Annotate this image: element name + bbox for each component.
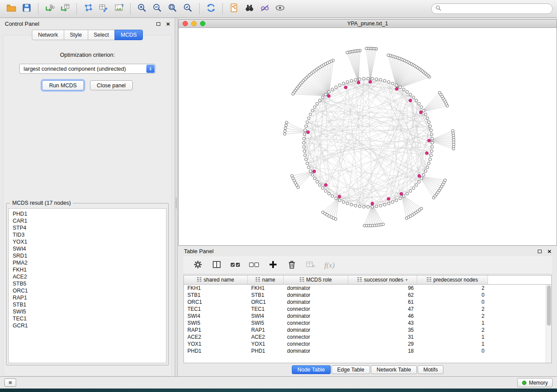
export-image-button[interactable] (112, 2, 126, 16)
mcds-result-item[interactable]: CAR1 (9, 217, 166, 224)
table-cell: 46 (348, 313, 417, 320)
zoom-selected-button[interactable] (181, 2, 195, 16)
splitter-handle[interactable] (176, 197, 177, 209)
table-row[interactable]: PHD1PHD1dominator180 (184, 347, 551, 354)
zoom-selected-icon (183, 3, 193, 15)
table-row[interactable]: ORC1ORC1dominator610 (184, 299, 551, 306)
refresh-button[interactable] (204, 2, 218, 16)
tab-network-table[interactable]: Network Table (371, 365, 417, 374)
toolbar-separator (76, 3, 77, 14)
delete-column-button[interactable] (286, 260, 298, 271)
mcds-tab-content: Optimization criterion: largest connecte… (3, 35, 172, 376)
tab-node-table[interactable]: Node Table (292, 365, 331, 374)
close-panel-button[interactable]: Close panel (90, 80, 133, 90)
tab-network[interactable]: Network (32, 30, 64, 40)
table-row[interactable]: STB1STB1dominator620 (184, 292, 551, 299)
search-field[interactable] (431, 3, 553, 14)
float-table-panel-icon[interactable] (538, 250, 542, 253)
table-row[interactable]: ACE2ACE2connector311 (184, 334, 551, 340)
show-columns-button[interactable] (211, 260, 222, 271)
status-menu-button[interactable]: ≡ (4, 378, 16, 387)
memory-label: Memory (529, 380, 548, 386)
import-network-button[interactable] (43, 2, 57, 16)
mcds-result-item[interactable]: RAP1 (9, 294, 166, 301)
network-graph[interactable] (179, 28, 557, 245)
share-document-button[interactable] (227, 2, 241, 16)
network-table-button[interactable] (97, 2, 111, 16)
table-row[interactable]: FKH1FKH1dominator962 (184, 285, 551, 292)
mcds-result-item[interactable]: SWI5 (9, 308, 166, 315)
mcds-result-item[interactable]: SWI4 (9, 245, 166, 252)
column-header-shared-name[interactable]: shared name (184, 275, 248, 285)
zoom-fit-button[interactable] (166, 2, 180, 16)
table-row[interactable]: RAP1RAP1dominator352 (184, 327, 551, 334)
tab-edge-table[interactable]: Edge Table (332, 365, 370, 374)
mcds-result-list[interactable]: PHD1CAR1STP4TID3YOX1SWI4SRD1PMA2FKH1ACE2… (8, 208, 166, 363)
optimization-criterion-select[interactable]: largest connected component (undirected)… (19, 64, 156, 74)
table-cell: ACE2 (184, 334, 248, 340)
zoom-in-icon (137, 3, 147, 15)
table-row[interactable]: TEC1TEC1connector472 (184, 306, 551, 313)
search-input[interactable] (444, 6, 548, 12)
minimize-window-icon[interactable] (191, 21, 197, 26)
table-scrollbar[interactable] (546, 285, 551, 363)
mcds-result-item[interactable]: PMA2 (9, 259, 166, 266)
column-header-predecessor-nodes[interactable]: predecessor nodes (417, 275, 488, 285)
tab-select[interactable]: Select (88, 30, 115, 40)
table-cell: FKH1 (184, 285, 248, 292)
table-row[interactable]: YOX1YOX1connector291 (184, 340, 551, 347)
mcds-result-item[interactable]: YOX1 (9, 238, 166, 245)
column-header-name[interactable]: name (248, 275, 284, 285)
import-table-button[interactable] (58, 2, 72, 16)
share-document-icon (229, 3, 239, 15)
column-settings-button[interactable] (192, 260, 204, 271)
show-eye-button[interactable] (273, 2, 287, 16)
column-header-MCDS-role[interactable]: MCDS role (284, 275, 348, 285)
deselect-all-columns-button[interactable] (249, 260, 260, 271)
mcds-result-item[interactable]: STP4 (9, 224, 166, 231)
save-session-button[interactable] (20, 2, 34, 16)
close-panel-icon[interactable]: × (166, 21, 170, 27)
mcds-result-item[interactable]: GCR1 (9, 322, 166, 329)
add-column-button[interactable] (267, 260, 279, 271)
tab-style[interactable]: Style (64, 30, 88, 40)
tab-motifs[interactable]: Motifs (418, 365, 443, 374)
column-grip-icon (357, 277, 362, 283)
zoom-in-button[interactable] (135, 2, 149, 16)
float-panel-icon[interactable] (156, 22, 160, 26)
mcds-result-item[interactable]: STB5 (9, 280, 166, 287)
memory-button[interactable]: Memory (517, 378, 553, 387)
table-cell: 0 (417, 299, 488, 306)
mcds-result-item[interactable]: TEC1 (9, 315, 166, 322)
table-cell: 1 (417, 334, 488, 340)
mcds-result-item[interactable]: ACE2 (9, 273, 166, 280)
mcds-result-item[interactable]: SRD1 (9, 252, 166, 259)
maximize-window-icon[interactable] (200, 21, 205, 26)
table-row[interactable]: SWI4SWI4dominator462 (184, 313, 551, 320)
table-row[interactable]: SWI5SWI5connector431 (184, 320, 551, 327)
tab-mcds[interactable]: MCDS (114, 30, 143, 40)
table-cell: dominator (284, 285, 348, 292)
new-network-button[interactable] (81, 2, 95, 16)
zoom-out-button[interactable] (150, 2, 164, 16)
mcds-result-item[interactable]: TID3 (9, 231, 166, 238)
table-cell: 43 (348, 320, 417, 327)
table-cell: STB1 (248, 292, 284, 299)
open-file-button[interactable] (4, 2, 18, 16)
column-header-successor-nodes[interactable]: successor nodes▾ (348, 275, 417, 285)
mcds-result-item[interactable]: PHD1 (9, 210, 166, 217)
scrollbar-thumb[interactable] (547, 285, 551, 326)
hide-glasses-button[interactable] (258, 2, 272, 16)
close-window-icon[interactable] (183, 21, 188, 26)
binoculars-button[interactable] (242, 2, 256, 16)
network-canvas[interactable] (179, 28, 557, 245)
vertical-splitter[interactable] (175, 18, 178, 376)
network-window-titlebar[interactable]: YPA_prune.txt_1 (179, 20, 557, 28)
mcds-result-item[interactable]: FKH1 (9, 266, 166, 273)
close-table-panel-icon[interactable]: × (547, 248, 551, 254)
run-mcds-button[interactable]: Run MCDS (42, 80, 83, 90)
table-panel-title: Table Panel (184, 248, 214, 254)
mcds-result-item[interactable]: ORC1 (9, 287, 166, 294)
mcds-result-item[interactable]: STB1 (9, 301, 166, 308)
select-all-columns-button[interactable] (230, 260, 241, 271)
